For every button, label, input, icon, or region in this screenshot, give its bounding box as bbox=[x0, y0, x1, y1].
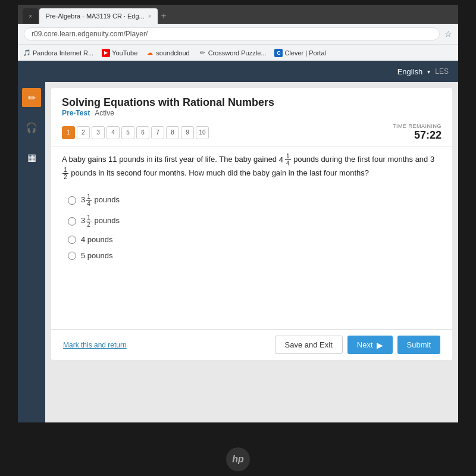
answer-options: 314 pounds 312 pounds 4 pounds bbox=[51, 189, 452, 270]
first-fraction: 1 4 bbox=[285, 153, 291, 167]
left-sidebar: ✏ 🎧 ▦ bbox=[18, 82, 45, 422]
crossword-icon: ✏ bbox=[198, 49, 206, 57]
question-spacer bbox=[51, 270, 452, 329]
star-icon[interactable]: ☆ bbox=[444, 29, 452, 39]
time-value: 57:22 bbox=[393, 129, 441, 142]
nav-btn-1[interactable]: 1 bbox=[62, 126, 75, 139]
next-label: Next bbox=[357, 340, 373, 349]
question-nav-area: 1 2 3 4 5 6 7 8 9 10 TIME REMAININ bbox=[51, 117, 452, 146]
radio-3[interactable] bbox=[68, 236, 76, 244]
bookmark-youtube[interactable]: ▶ YouTube bbox=[102, 49, 137, 57]
question-text: A baby gains 11 pounds in its first year… bbox=[51, 146, 452, 189]
next-arrow-icon: ▶ bbox=[377, 340, 383, 350]
outer-wrapper: × Pre-Algebra - MA3119 CR · Edg... × + r… bbox=[0, 0, 476, 476]
subtitle-type: Pre-Test bbox=[62, 109, 90, 117]
calculator-icon[interactable]: ▦ bbox=[22, 148, 41, 167]
question-nav-buttons: 1 2 3 4 5 6 7 8 9 10 bbox=[62, 126, 209, 139]
laptop-bezel: hp bbox=[0, 422, 476, 476]
app-header: English ▾ LES bbox=[18, 61, 458, 82]
nav-btn-9[interactable]: 9 bbox=[181, 126, 194, 139]
first-den: 4 bbox=[285, 160, 291, 167]
active-tab[interactable]: Pre-Algebra - MA3119 CR · Edg... × bbox=[39, 8, 157, 24]
nav-btn-7[interactable]: 7 bbox=[151, 126, 164, 139]
radio-4[interactable] bbox=[68, 252, 76, 260]
headphones-icon[interactable]: 🎧 bbox=[22, 118, 41, 137]
clever-label: Clever | Portal bbox=[284, 49, 326, 57]
answer-option-1[interactable]: 314 pounds bbox=[68, 193, 441, 207]
bottom-bar: Mark this and return Save and Exit Next … bbox=[51, 329, 452, 360]
answer-label-4: 5 pounds bbox=[81, 251, 113, 260]
mark-return-link[interactable]: Mark this and return bbox=[63, 341, 127, 349]
next-button[interactable]: Next ▶ bbox=[347, 336, 393, 354]
tab-x-icon: × bbox=[29, 12, 32, 20]
new-tab-button[interactable]: + bbox=[161, 11, 167, 21]
pencil-icon[interactable]: ✏ bbox=[22, 88, 41, 107]
nav-btn-2[interactable]: 2 bbox=[77, 126, 90, 139]
first-num: 1 bbox=[285, 153, 291, 160]
language-label: English bbox=[397, 67, 423, 76]
nav-btn-5[interactable]: 5 bbox=[121, 126, 134, 139]
answer-label-1: 314 pounds bbox=[81, 193, 120, 207]
bookmark-clever[interactable]: C Clever | Portal bbox=[274, 49, 326, 57]
hp-logo: hp bbox=[226, 447, 250, 471]
lesson-title: Solving Equations with Rational Numbers bbox=[62, 96, 441, 109]
soundcloud-label: soundcloud bbox=[156, 49, 189, 57]
bottom-buttons: Save and Exit Next ▶ Submit bbox=[275, 336, 440, 354]
tab-close-icon[interactable]: × bbox=[148, 13, 152, 20]
language-dropdown-icon[interactable]: ▾ bbox=[427, 68, 430, 75]
bookmark-soundcloud[interactable]: ☁ soundcloud bbox=[146, 49, 189, 57]
address-bar: r09.core.learn.edgenuity.com/Player/ ☆ bbox=[18, 24, 458, 44]
answer-option-3[interactable]: 4 pounds bbox=[68, 235, 441, 244]
lesson-header: Solving Equations with Rational Numbers … bbox=[51, 88, 452, 117]
nav-btn-8[interactable]: 8 bbox=[166, 126, 179, 139]
subtitle-row: Pre-Test Active bbox=[62, 109, 441, 117]
bookmark-pandora[interactable]: 🎵 Pandora Internet R... bbox=[23, 49, 93, 57]
content-wrapper: Solving Equations with Rational Numbers … bbox=[45, 82, 458, 422]
youtube-icon: ▶ bbox=[102, 49, 110, 57]
second-num: 1 bbox=[62, 167, 68, 174]
first-mixed-number: 4 1 4 bbox=[279, 153, 292, 167]
time-remaining-area: TIME REMAINING 57:22 bbox=[393, 123, 441, 142]
bookmarks-bar: 🎵 Pandora Internet R... ▶ YouTube ☁ soun… bbox=[18, 44, 458, 61]
tab-title: Pre-Algebra - MA3119 CR · Edg... bbox=[45, 12, 144, 20]
second-den: 2 bbox=[62, 174, 68, 180]
section-label: LES bbox=[435, 67, 449, 76]
nav-btn-10[interactable]: 10 bbox=[196, 126, 209, 139]
inactive-tab[interactable]: × bbox=[23, 8, 38, 24]
time-label: TIME REMAINING bbox=[393, 123, 441, 129]
crossword-label: Crossword Puzzle... bbox=[208, 49, 267, 57]
answer-label-2: 312 pounds bbox=[81, 214, 120, 228]
address-input[interactable]: r09.core.learn.edgenuity.com/Player/ bbox=[24, 27, 440, 40]
radio-1[interactable] bbox=[68, 196, 76, 205]
answer-label-3: 4 pounds bbox=[81, 235, 113, 244]
radio-2[interactable] bbox=[68, 217, 76, 226]
main-content-area: ✏ 🎧 ▦ Solving Equations with Rational Nu… bbox=[18, 82, 458, 422]
second-fraction: 1 2 bbox=[62, 167, 68, 180]
nav-btn-3[interactable]: 3 bbox=[92, 126, 105, 139]
app-header-right: English ▾ LES bbox=[397, 67, 449, 76]
nav-btn-4[interactable]: 4 bbox=[107, 126, 120, 139]
soundcloud-icon: ☁ bbox=[146, 49, 154, 57]
pandora-icon: 🎵 bbox=[23, 49, 31, 57]
pandora-label: Pandora Internet R... bbox=[33, 49, 93, 57]
answer-option-4[interactable]: 5 pounds bbox=[68, 251, 441, 260]
save-exit-button[interactable]: Save and Exit bbox=[275, 336, 343, 354]
nav-btn-6[interactable]: 6 bbox=[136, 126, 149, 139]
clever-icon: C bbox=[274, 49, 283, 57]
subtitle-status: Active bbox=[95, 109, 114, 117]
answer-option-2[interactable]: 312 pounds bbox=[68, 214, 441, 228]
inner-screen: × Pre-Algebra - MA3119 CR · Edg... × + r… bbox=[18, 5, 458, 422]
youtube-label: YouTube bbox=[112, 49, 137, 57]
submit-button[interactable]: Submit bbox=[397, 336, 440, 354]
question-card: Solving Equations with Rational Numbers … bbox=[51, 88, 452, 360]
bookmark-crossword[interactable]: ✏ Crossword Puzzle... bbox=[198, 49, 267, 57]
first-whole: 4 bbox=[279, 154, 283, 167]
tab-bar: × Pre-Algebra - MA3119 CR · Edg... × + bbox=[18, 5, 458, 24]
